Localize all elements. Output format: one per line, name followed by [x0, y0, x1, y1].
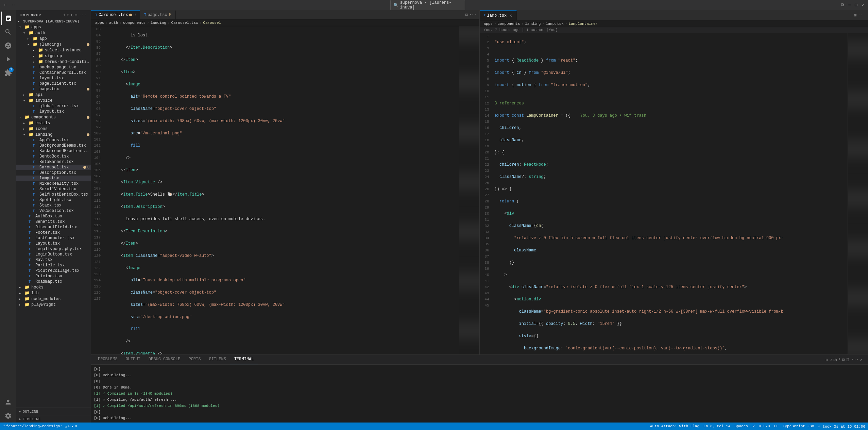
tree-item-stack[interactable]: ▸ T Stack.tsx — [16, 203, 91, 208]
tree-item-select-instance[interactable]: ▸ 📁 select-instance — [16, 47, 91, 53]
tree-item-selfhost[interactable]: ▸ T SelfHostBentoBox.tsx — [16, 192, 91, 197]
tree-item-particle[interactable]: ▸ T Particle.tsx — [16, 263, 91, 268]
maximize-icon[interactable]: □ — [854, 2, 859, 8]
tree-item-page-client[interactable]: ▸ T page.client.tsx — [16, 81, 91, 86]
tree-item-layout3[interactable]: ▸ T Layout.tsx — [16, 241, 91, 246]
git-branch-status[interactable]: ⑂ feautre/landing-redesign* — [3, 424, 62, 428]
tree-item-emails[interactable]: ▸ 📁 emails — [16, 120, 91, 126]
git-activity-icon[interactable] — [1, 39, 15, 52]
tree-item-apps[interactable]: ▾ 📁 apps — [16, 24, 91, 30]
search-bar[interactable]: 🔍 supernova - [laurens-inuva] — [390, 0, 465, 11]
tree-item-backup[interactable]: ▸ T backup.page.tsx — [16, 65, 91, 70]
tree-item-app[interactable]: ▸ 📁 app — [16, 36, 91, 42]
tree-item-description[interactable]: ▸ T Description.tsx — [16, 170, 91, 176]
tree-item-icons[interactable]: ▸ 📁 icons — [16, 126, 91, 132]
tree-item-authbox[interactable]: ▸ T AuthBox.tsx — [16, 214, 91, 219]
panel-tab-debug[interactable]: DEBUG CONSOLE — [144, 355, 185, 364]
tree-item-auth[interactable]: ▾ 📁 auth — [16, 30, 91, 36]
tree-item-terms[interactable]: ▸ 📁 terms-and-conditions — [16, 59, 91, 65]
tab-carousel[interactable]: T Carousel.tsx U — [91, 10, 140, 19]
tab-page[interactable]: T page.tsx M — [140, 11, 176, 19]
timeline-section[interactable]: ▸ TIMELINE — [16, 415, 91, 423]
tree-item-bgbeams[interactable]: ▸ T BackgroundBeams.tsx — [16, 143, 91, 148]
back-button[interactable]: ← — [3, 2, 8, 8]
forward-button[interactable]: → — [11, 2, 16, 8]
panel-tab-gitlens[interactable]: GITLENS — [205, 355, 230, 364]
tree-item-roadmap[interactable]: ▸ T Roadmap.tsx — [16, 279, 91, 284]
tree-item-components[interactable]: ▾ 📁 components — [16, 114, 91, 120]
tree-item-landing-components[interactable]: ▾ 📁 landing — [16, 132, 91, 137]
account-activity-icon[interactable] — [1, 395, 15, 409]
tree-item-footer[interactable]: ▸ T Footer.tsx — [16, 230, 91, 235]
tree-item-spotlight[interactable]: ▸ T Spotlight.tsx — [16, 197, 91, 203]
encoding-status[interactable]: UTF-8 — [759, 424, 770, 428]
tree-item-discountfield[interactable]: ▸ T DiscountField.tsx — [16, 225, 91, 230]
debug-activity-icon[interactable] — [1, 52, 15, 66]
panel-tab-terminal[interactable]: TERMINAL — [230, 355, 258, 364]
split-right-icon[interactable]: ⊟ — [465, 12, 468, 17]
tree-item-bggradient[interactable]: ▸ T BackgroundGradient.tsx — [16, 148, 91, 154]
outline-section[interactable]: ▸ OUTLINE — [16, 408, 91, 415]
more-actions-icon[interactable]: ··· — [469, 13, 477, 17]
tree-item-carousel[interactable]: ▸ T Carousel.tsx U — [16, 165, 91, 170]
tree-item-scrollvideo[interactable]: ▸ T ScrollVideo.tsx — [16, 186, 91, 192]
more-icon[interactable]: ··· — [858, 13, 865, 18]
tree-item-sign-up[interactable]: ▸ 📁 sign-up — [16, 53, 91, 59]
cursor-position-status[interactable]: Ln 6, Col 14 — [703, 424, 730, 428]
settings-activity-icon[interactable] — [1, 409, 15, 423]
tree-item-lib[interactable]: ▸ 📁 lib — [16, 290, 91, 296]
tree-item-mixedreality[interactable]: ▸ T MixedReality.tsx — [16, 181, 91, 186]
tree-item-loginbutton[interactable]: ▸ T LoginButton.tsx — [16, 252, 91, 257]
auto-attach-status[interactable]: Auto Attach: With Flag — [650, 424, 699, 428]
tree-item-legaltypography[interactable]: ▸ T LegalTypography.tsx — [16, 246, 91, 252]
kill-terminal-icon[interactable]: 🗑 — [846, 357, 850, 362]
tree-item-api[interactable]: ▸ 📁 api — [16, 92, 91, 98]
tree-item-appicons[interactable]: ▸ T AppIcons.tsx — [16, 137, 91, 143]
tree-item-hooks[interactable]: ▸ 📁 hooks — [16, 284, 91, 290]
tree-item-containerscroll[interactable]: ▸ T ContainerScroll.tsx — [16, 70, 91, 76]
collapse-all-icon[interactable]: ⊟ — [75, 13, 78, 17]
tree-item-lamp[interactable]: ▸ T lamp.tsx — [16, 176, 91, 181]
tree-item-vscodeicon[interactable]: ▸ T VsCodeIcon.tsx — [16, 208, 91, 214]
tab-close[interactable]: ✕ — [509, 13, 512, 18]
left-code-content[interactable]: 8384858687 8889909192 9394959697 9899100… — [91, 26, 479, 354]
spaces-status[interactable]: Spaces: 2 — [734, 424, 754, 428]
tree-item-lastcomputer[interactable]: ▸ T LastComputer.tsx — [16, 235, 91, 241]
split-terminal-icon[interactable]: ⊟ — [842, 357, 845, 362]
search-activity-icon[interactable] — [1, 25, 15, 39]
minimize-icon[interactable]: — — [847, 2, 852, 8]
close-icon[interactable]: ✕ — [860, 2, 865, 9]
right-code-content[interactable]: 12345 678910 1112131415 1617181920 21222… — [480, 33, 868, 354]
maximize-panel-icon[interactable]: ··· — [851, 357, 859, 362]
tree-item-bentobox[interactable]: ▸ T BentoBox.tsx — [16, 154, 91, 159]
new-folder-icon[interactable]: ⊞ — [67, 13, 70, 17]
tree-item-playwright[interactable]: ▸ 📁 playwright — [16, 302, 91, 308]
extensions-activity-icon[interactable]: 3 — [1, 66, 15, 80]
last-action-status[interactable]: ✓ took 3s at 15:01:00 — [818, 424, 865, 429]
terminal-content[interactable]: [0] [0] Rebuilding... [0] [0] Done in 86… — [91, 365, 868, 423]
new-file-icon[interactable]: + — [63, 13, 66, 17]
split-editor-icon[interactable]: ⊟ — [854, 13, 856, 18]
tree-item-invoice[interactable]: ▾ 📁 invoice — [16, 98, 91, 103]
panel-tab-output[interactable]: OUTPUT — [122, 355, 144, 364]
close-panel-icon[interactable]: ✕ — [860, 357, 863, 362]
panel-tab-ports[interactable]: PORTS — [184, 355, 205, 364]
tree-item-picturecollage[interactable]: ▸ T PicutreCollage.tsx — [16, 268, 91, 274]
tree-item-global-error[interactable]: ▸ T global-error.tsx — [16, 103, 91, 109]
tree-item-page[interactable]: ▸ T page.tsx — [16, 86, 91, 92]
tree-item-benefits[interactable]: ▸ T Benefits.tsx — [16, 219, 91, 225]
tree-item-layout1[interactable]: ▸ T layout.tsx — [16, 76, 91, 81]
line-endings-status[interactable]: LF — [774, 424, 779, 428]
tab-lamp[interactable]: T lamp.tsx ✕ — [480, 10, 517, 20]
language-status[interactable]: TypeScript JSX — [783, 424, 814, 428]
tree-root[interactable]: ▾ SUPERNOVA [LAURENS-INUVA] — [16, 19, 91, 24]
tree-item-nav[interactable]: ▸ T Nav.tsx — [16, 257, 91, 263]
tree-item-layout2[interactable]: ▸ T layout.tsx — [16, 109, 91, 114]
split-editor-icon[interactable]: ⧉ — [840, 2, 846, 8]
errors-warnings-status[interactable]: ⚠ 0 ✕ 0 — [65, 424, 77, 429]
tree-item-nodemodules[interactable]: ▸ 📁 node_modules — [16, 296, 91, 302]
explorer-activity-icon[interactable] — [1, 12, 15, 25]
tree-item-betabanner[interactable]: ▸ T BetaBanner.tsx — [16, 159, 91, 165]
tree-item-pricing[interactable]: ▸ T Pricing.tsx — [16, 274, 91, 279]
refresh-icon[interactable]: ↻ — [71, 13, 74, 17]
